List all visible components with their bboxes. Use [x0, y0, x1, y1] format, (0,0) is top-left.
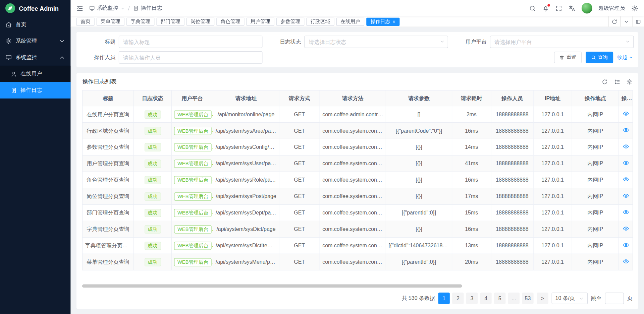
close-icon[interactable]: ✕ [392, 19, 395, 23]
cell-operator: 18888888888 [491, 254, 533, 270]
sidebar-item-system-monitor[interactable]: 系统监控 [0, 49, 71, 66]
cell-title: 字典管理分页查询 [83, 221, 134, 237]
tab-config[interactable]: 参数管理 [276, 17, 304, 25]
sidebar-item-online-users[interactable]: 在线用户 [0, 66, 71, 82]
tab-area[interactable]: 行政区域 [306, 17, 334, 25]
cell-ip: 127.0.0.1 [533, 106, 572, 123]
sidebar-item-label: 在线用户 [20, 70, 65, 77]
cell-request-url: /api/monitor/online/page [213, 106, 279, 123]
next-page-button[interactable]: > [537, 293, 548, 304]
page-button-5[interactable]: 5 [494, 293, 505, 304]
avatar[interactable] [582, 3, 592, 14]
breadcrumb-item[interactable]: 系统监控 [89, 4, 125, 12]
reset-button[interactable]: 重置 [554, 52, 582, 63]
column-header: 用户平台 [171, 90, 213, 106]
tab-menu[interactable]: 菜单管理 [97, 17, 124, 25]
user-platform-select[interactable] [490, 36, 634, 48]
column-header: 操作 [619, 90, 633, 106]
search-icon[interactable] [529, 5, 536, 12]
sidebar-item-system-management[interactable]: 系统管理 [0, 33, 71, 49]
tab-label: 角色管理 [221, 18, 240, 25]
tab-action-layout-icon[interactable] [632, 16, 644, 27]
tab-label: 操作日志 [370, 18, 390, 25]
view-detail-eye-icon[interactable] [623, 110, 629, 117]
tab-action-chevron-down-icon[interactable] [620, 16, 632, 27]
chevron-up-icon [628, 55, 633, 60]
reset-button-label: 重置 [567, 54, 576, 61]
translate-icon[interactable] [569, 5, 576, 12]
sidebar-item-home[interactable]: 首页 [0, 16, 71, 33]
tab-role[interactable]: 角色管理 [216, 17, 244, 25]
view-detail-eye-icon[interactable] [623, 192, 629, 199]
view-detail-eye-icon[interactable] [623, 176, 629, 183]
tab-user[interactable]: 用户管理 [247, 17, 274, 25]
tab-operation-log[interactable]: 操作日志✕ [366, 17, 400, 25]
cell-handler: com.coffee.system.controlle... [320, 204, 386, 221]
cell-operator: 18888888888 [491, 237, 533, 254]
trash-icon [559, 55, 565, 60]
cell-platform: WEB管理后台 [171, 204, 213, 221]
status-tag: 成功 [144, 192, 161, 200]
jump-page-input[interactable] [605, 293, 624, 304]
tab-label: 首页 [80, 18, 90, 25]
view-detail-eye-icon[interactable] [623, 127, 629, 133]
view-detail-eye-icon[interactable] [623, 225, 629, 232]
scrollbar-thumb[interactable] [82, 285, 462, 288]
tab-action-refresh-icon[interactable] [608, 16, 620, 27]
status-tag: 成功 [144, 209, 161, 217]
username[interactable]: 超级管理员 [598, 4, 625, 12]
page-button-3[interactable]: 3 [466, 293, 478, 304]
gear-icon[interactable] [626, 78, 632, 84]
page-button-4[interactable]: 4 [480, 293, 491, 304]
card-title: 操作日志列表 [82, 78, 117, 85]
view-detail-eye-icon[interactable] [623, 258, 629, 265]
tab-post[interactable]: 岗位管理 [186, 17, 214, 25]
search-button[interactable]: 查询 [586, 52, 613, 63]
sidebar-menu: 首页系统管理系统监控在线用户操作日志 [0, 16, 71, 99]
page-button-2[interactable]: 2 [452, 293, 464, 304]
bell-icon[interactable] [542, 5, 549, 12]
view-detail-eye-icon[interactable] [623, 160, 629, 166]
cell-request-url: /api/system/sysArea/page [213, 123, 279, 139]
tab-label: 岗位管理 [191, 18, 210, 25]
cell-duration: 17ms [452, 188, 491, 204]
collapse-filter-link[interactable]: 收起 [617, 54, 633, 61]
view-detail-eye-icon[interactable] [623, 143, 629, 150]
operator-input[interactable] [119, 51, 263, 64]
main-area: 系统监控/操作日志 超级管理员 首页菜单管理字典管理部门管理岗位管理角色管理用户… [71, 0, 644, 314]
tab-dept[interactable]: 部门管理 [157, 17, 184, 25]
settings-gear-icon[interactable] [631, 5, 638, 12]
cell-params: [{}] [386, 188, 452, 204]
fullscreen-icon[interactable] [555, 5, 562, 12]
view-detail-eye-icon[interactable] [623, 242, 629, 248]
view-detail-eye-icon[interactable] [623, 209, 629, 215]
collapse-sidebar-icon[interactable] [76, 5, 84, 12]
refresh-icon[interactable] [602, 78, 608, 84]
cell-request-url: /api/system/sysRole/page [213, 172, 279, 188]
tab-dict[interactable]: 字典管理 [126, 17, 154, 25]
cell-handler: com.coffee.system.controlle... [320, 123, 386, 139]
page-size-select[interactable]: 10 条/页 [552, 293, 588, 304]
tab-online-user[interactable]: 在线用户 [336, 17, 364, 25]
cell-action [619, 139, 633, 155]
tab-home[interactable]: 首页 [76, 17, 95, 25]
sidebar-item-label: 首页 [16, 21, 65, 28]
page-button-1[interactable]: 1 [438, 293, 450, 304]
app-logo[interactable]: Coffee Admin [0, 0, 71, 16]
page-button-53[interactable]: 53 [522, 293, 533, 304]
table-row: 部门管理分页查询成功WEB管理后台/api/system/sysDept/pag… [83, 204, 633, 221]
cell-handler: com.coffee.system.controlle... [320, 221, 386, 237]
cell-ip: 127.0.0.1 [533, 188, 572, 204]
title-input[interactable] [119, 36, 263, 48]
chevron-up-icon [59, 54, 65, 61]
density-icon[interactable] [614, 78, 620, 84]
layout-icon [635, 19, 641, 24]
table-row: 用户管理分页查询成功WEB管理后台/api/system/sysUser/pag… [83, 155, 633, 172]
log-status-select[interactable] [304, 36, 448, 48]
sidebar-item-operation-log[interactable]: 操作日志 [0, 82, 71, 99]
breadcrumb-item[interactable]: 操作日志 [133, 4, 162, 12]
pagination-more-button[interactable]: ... [508, 293, 520, 304]
monitor-icon [89, 5, 95, 11]
cell-ip: 127.0.0.1 [533, 237, 572, 254]
cell-duration: 41ms [452, 155, 491, 172]
